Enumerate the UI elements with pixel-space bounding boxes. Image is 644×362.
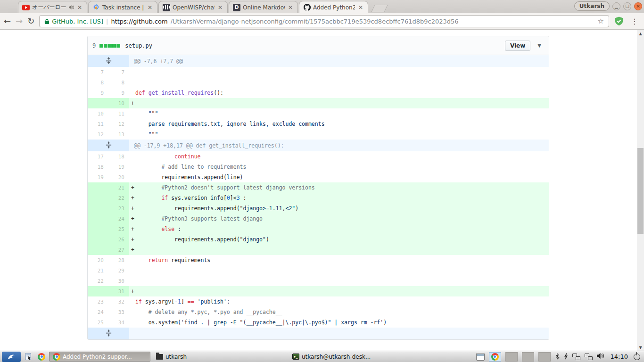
scroll-down-arrow[interactable]: ▼ [637,344,644,351]
line-number[interactable] [88,214,108,224]
line-number[interactable]: 11 [108,108,129,119]
line-number[interactable]: 18 [88,162,108,172]
address-bar[interactable]: GitHub, Inc. [US] | https://github.com/U… [39,15,609,27]
refresh-button[interactable]: ↻ [27,17,34,25]
line-number[interactable]: 21 [88,265,108,276]
line-number[interactable]: 8 [108,77,129,88]
new-tab-button[interactable] [371,5,388,12]
pager-desktop-3[interactable] [522,352,534,362]
maximize-button[interactable]: ▢ [623,2,631,10]
tab-github-commit[interactable]: Added Python2 sup ✕ [299,1,368,13]
line-number[interactable]: 18 [108,151,129,162]
line-number[interactable]: 17 [88,151,108,162]
line-number[interactable]: 23 [108,203,129,214]
line-number[interactable]: 19 [108,162,129,172]
tray-chrome-slot[interactable] [489,352,501,362]
unfold-icon[interactable] [88,55,129,67]
line-number[interactable]: 11 [88,119,108,129]
diff-marker [129,257,135,263]
line-number[interactable] [88,203,108,214]
line-number[interactable]: 19 [88,172,108,182]
line-number[interactable]: 26 [108,234,129,245]
line-number[interactable] [88,245,108,255]
line-number[interactable]: 9 [88,88,108,98]
line-number[interactable]: 8 [88,77,108,88]
scrollbar-thumb[interactable] [637,148,644,234]
tab-task-instance[interactable]: ⚙ Task instance | Goo ✕ [88,1,157,13]
pager-desktop-2[interactable] [505,352,518,362]
close-button[interactable]: ✕ [634,2,642,10]
line-number[interactable]: 12 [88,129,108,140]
line-number[interactable]: 24 [108,214,129,224]
line-number[interactable]: 25 [108,224,129,234]
line-number[interactable] [88,234,108,245]
display-pair-icon[interactable] [572,354,580,360]
pager-desktop-4[interactable] [538,352,551,362]
line-number[interactable]: 13 [108,129,129,140]
line-number[interactable]: 25 [88,317,108,328]
taskbar-window-terminal[interactable]: ▸_ utkarsh@utkarsh-desk... [289,352,425,362]
line-number[interactable]: 33 [108,307,129,317]
line-number[interactable]: 7 [108,67,129,77]
file-name[interactable]: setup.py [125,42,152,49]
tab-close-icon[interactable]: ✕ [76,4,83,11]
line-number[interactable]: 9 [108,88,129,98]
line-number[interactable] [88,182,108,193]
tab-close-icon[interactable]: ✕ [217,4,223,11]
line-number[interactable]: 30 [108,276,129,286]
line-number[interactable]: 22 [88,276,108,286]
line-number[interactable]: 23 [88,296,108,307]
tab-close-icon[interactable]: ✕ [147,4,153,11]
tab-openwisp-chatbot[interactable]: OpenWISP/chatbot ✕ [158,1,228,13]
line-number[interactable]: 27 [108,245,129,255]
security-chip[interactable]: GitHub, Inc. [US] [44,18,103,25]
page-scrollbar[interactable]: ▲ ▼ [637,30,644,351]
line-number[interactable]: 34 [108,317,129,328]
taskbar-window-chrome[interactable]: Added Python2 suppor... [49,352,150,362]
file-manager-launcher[interactable] [23,352,34,362]
line-number[interactable]: 10 [88,108,108,119]
line-number[interactable]: 20 [88,255,108,265]
tab-audio-icon[interactable] [69,3,74,12]
line-number[interactable]: 20 [108,172,129,182]
minimize-button[interactable]: ▁ [612,2,620,10]
bluetooth-icon[interactable] [555,353,560,361]
bookmark-star-icon[interactable]: ☆ [598,17,604,25]
line-number[interactable] [88,286,108,296]
line-number[interactable]: 24 [88,307,108,317]
line-number[interactable]: 29 [108,265,129,276]
unfold-icon[interactable] [88,140,129,151]
line-number[interactable] [88,224,108,234]
line-number[interactable]: 22 [108,193,129,203]
tab-close-icon[interactable]: ✕ [357,4,364,11]
taskbar-clock[interactable]: 14:10 [611,353,628,360]
line-number[interactable]: 7 [88,67,108,77]
taskbar-window-files[interactable]: utkarsh [152,352,287,362]
display-pair-icon[interactable] [585,354,593,360]
line-number[interactable]: 10 [108,98,129,108]
start-menu-button[interactable] [2,352,21,362]
window-list-icon[interactable] [476,353,485,361]
chevron-down-icon[interactable]: ▼ [537,43,541,48]
tab-youtube[interactable]: オーバーロード E ✕ [18,1,87,13]
forward-button[interactable]: → [16,17,23,25]
line-number[interactable] [88,98,108,108]
view-button[interactable]: View [505,41,530,51]
back-button[interactable]: ← [4,17,11,25]
line-number[interactable]: 31 [108,286,129,296]
line-number[interactable] [88,193,108,203]
adblock-shield-icon[interactable] [614,16,624,26]
volume-icon[interactable] [597,353,605,361]
tab-close-icon[interactable]: ✕ [287,4,294,11]
tab-online-markdown[interactable]: D Online Markdown E ✕ [229,1,298,13]
shutdown-icon[interactable] [634,354,640,360]
power-status-icon[interactable] [564,353,568,361]
line-number[interactable]: 32 [108,296,129,307]
line-number[interactable]: 28 [108,255,129,265]
chrome-launcher[interactable] [36,352,47,362]
unfold-icon[interactable] [88,328,129,339]
chrome-menu-icon[interactable]: ⋮ [629,17,640,26]
line-number[interactable]: 12 [108,119,129,129]
scroll-up-arrow[interactable]: ▲ [637,30,644,37]
line-number[interactable]: 21 [108,182,129,193]
